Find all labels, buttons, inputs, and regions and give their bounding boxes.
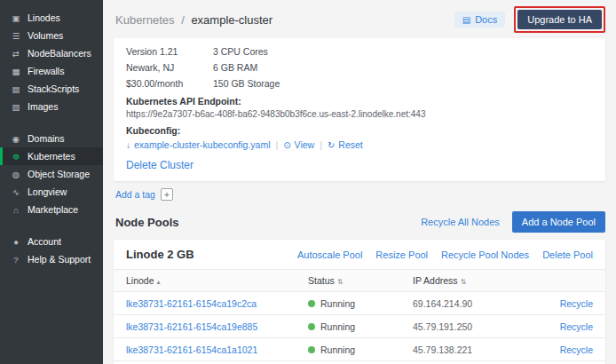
ip-address: 45.79.191.250 (413, 321, 524, 332)
sidebar-item-object-storage[interactable]: ◍ Object Storage (0, 165, 103, 183)
status-label: Running (320, 321, 355, 332)
ip-address: 69.164.214.90 (413, 298, 524, 309)
kubeconfig-actions: ↓ example-cluster-kubeconfig.yaml | ⊙ Vi… (126, 139, 593, 150)
sidebar-item-kubernetes[interactable]: ☸ Kubernetes (0, 147, 103, 165)
sidebar-item-stackscripts[interactable]: ▤ StackScripts (0, 80, 103, 98)
add-node-pool-button[interactable]: Add a Node Pool (512, 211, 605, 233)
api-endpoint-url: https://9e2a7307-b6ac-408f-ba62-9483b0b3… (126, 109, 593, 119)
column-header-linode[interactable]: Linode▴ (126, 275, 308, 286)
sidebar-item-label: Volumes (28, 30, 63, 41)
recycle-all-nodes-link[interactable]: Recycle All Nodes (421, 217, 500, 227)
sidebar-item-label: Firewalls (28, 66, 64, 76)
view-label: View (295, 139, 315, 150)
tags-row: Add a tag + (115, 188, 605, 201)
sidebar-item-longview[interactable]: ∿ Longview (0, 183, 103, 201)
status-label: Running (320, 298, 355, 309)
cluster-specs: Version 1.21 3 CPU Cores Newark, NJ 6 GB… (126, 46, 593, 89)
recycle-pool-nodes-link[interactable]: Recycle Pool Nodes (441, 249, 529, 260)
pool-name: Linode 2 GB (126, 248, 194, 261)
table-row: lke38731-62161-6154ca1a1021 Running 45.7… (114, 337, 605, 360)
spec-price: $30.00/month (126, 78, 213, 89)
sidebar-item-images[interactable]: ▧ Images (0, 98, 103, 115)
sidebar-item-domains[interactable]: ◉ Domains (0, 130, 103, 147)
delete-pool-link[interactable]: Delete Pool (542, 249, 593, 260)
pool-id-footer: Pool ID 62161 (114, 360, 605, 364)
ip-address: 45.79.138.221 (413, 344, 524, 355)
upgrade-to-ha-button[interactable]: Upgrade to HA (517, 10, 602, 29)
api-endpoint-label: Kubernetes API Endpoint: (126, 96, 593, 107)
node-link[interactable]: lke38731-62161-6154ca19e885 (126, 321, 308, 332)
node-pools-header: Node Pools Recycle All Nodes Add a Node … (115, 211, 605, 233)
sidebar-item-firewalls[interactable]: ▦ Firewalls (0, 62, 103, 80)
kubeconfig-file-name: example-cluster-kubeconfig.yaml (134, 139, 270, 150)
pool-nodes-table: Linode▴ Status⇅ IP Address⇅ lke38731-621… (114, 269, 605, 364)
sidebar-item-label: Domains (28, 133, 64, 144)
pool-actions: Autoscale Pool Resize Pool Recycle Pool … (297, 249, 593, 260)
status-cell: Running (308, 298, 413, 309)
status-label: Running (320, 344, 355, 355)
sidebar-item-label: Images (28, 101, 58, 112)
table-row: lke38731-62161-6154ca19c2ca Running 69.1… (114, 291, 605, 314)
sidebar-item-label: Marketplace (28, 204, 78, 215)
node-link[interactable]: lke38731-62161-6154ca19c2ca (126, 298, 308, 309)
kubeconfig-view-link[interactable]: ⊙ View (283, 139, 314, 150)
pool-card-header: Linode 2 GB Autoscale Pool Resize Pool R… (114, 240, 605, 269)
autoscale-pool-link[interactable]: Autoscale Pool (297, 249, 362, 260)
sidebar-item-help-support[interactable]: ? Help & Support (0, 250, 103, 268)
node-pools-title: Node Pools (115, 216, 179, 229)
spec-storage: 150 GB Storage (213, 78, 593, 89)
node-link[interactable]: lke38731-62161-6154ca1a1021 (126, 344, 308, 355)
column-header-ip-address[interactable]: IP Address⇅ (413, 275, 524, 286)
breadcrumb: Kubernetes / example-cluster (115, 13, 272, 27)
breadcrumb-kubernetes[interactable]: Kubernetes (115, 13, 175, 27)
reset-icon: ↻ (328, 140, 335, 150)
sidebar-item-volumes[interactable]: ☰ Volumes (0, 27, 103, 44)
status-running-dot (308, 323, 315, 330)
volumes-icon: ☰ (11, 31, 21, 41)
add-tag-link[interactable]: Add a tag (115, 189, 155, 200)
sidebar-item-label: StackScripts (28, 83, 79, 94)
object-storage-icon: ◍ (11, 170, 21, 179)
delete-cluster-link[interactable]: Delete Cluster (126, 159, 193, 171)
sort-icon: ⇅ (337, 278, 344, 286)
docs-label: Docs (475, 14, 497, 25)
separator: | (275, 139, 278, 150)
breadcrumb-separator: / (181, 13, 185, 27)
help-icon: ? (11, 255, 21, 265)
longview-icon: ∿ (11, 187, 21, 197)
spec-cpu: 3 CPU Cores (213, 46, 593, 57)
docs-icon: ▤ (462, 15, 470, 25)
topbar: Kubernetes / example-cluster ▤ Docs Upgr… (103, 0, 616, 38)
kubeconfig-reset-link[interactable]: ↻ Reset (328, 139, 363, 150)
sidebar-item-label: Linodes (28, 12, 60, 23)
separator: | (320, 139, 322, 150)
add-tag-plus-button[interactable]: + (161, 188, 173, 201)
topbar-actions: ▤ Docs Upgrade to HA (454, 6, 605, 33)
recycle-node-link[interactable]: Recycle (524, 321, 593, 332)
sidebar-item-label: Help & Support (28, 254, 91, 265)
docs-link[interactable]: ▤ Docs (454, 12, 506, 28)
resize-pool-link[interactable]: Resize Pool (375, 249, 428, 260)
sidebar-item-linodes[interactable]: ▣ Linodes (0, 9, 103, 27)
kubeconfig-download-link[interactable]: ↓ example-cluster-kubeconfig.yaml (126, 139, 270, 150)
status-running-dot (308, 300, 315, 307)
breadcrumb-current-cluster: example-cluster (191, 13, 272, 27)
reset-label: Reset (338, 139, 362, 150)
sidebar-item-label: Kubernetes (28, 151, 75, 162)
recycle-node-link[interactable]: Recycle (524, 298, 593, 309)
spec-ram: 6 GB RAM (213, 62, 593, 73)
recycle-node-link[interactable]: Recycle (524, 344, 593, 355)
view-icon: ⊙ (283, 140, 290, 150)
stackscripts-icon: ▤ (11, 84, 21, 94)
nodebalancers-icon: ⇄ (11, 49, 21, 59)
sort-icon: ⇅ (461, 278, 467, 286)
sidebar-item-account[interactable]: ● Account (0, 233, 103, 250)
table-header-row: Linode▴ Status⇅ IP Address⇅ (114, 269, 605, 291)
sidebar-item-label: Object Storage (28, 169, 90, 179)
sidebar-item-label: NodeBalancers (28, 48, 91, 59)
status-cell: Running (308, 344, 413, 355)
column-header-status[interactable]: Status⇅ (308, 275, 413, 286)
sidebar-item-marketplace[interactable]: ⌂ Marketplace (0, 201, 103, 218)
sidebar-item-nodebalancers[interactable]: ⇄ NodeBalancers (0, 44, 103, 62)
upgrade-highlight-annotation: Upgrade to HA (514, 6, 605, 33)
